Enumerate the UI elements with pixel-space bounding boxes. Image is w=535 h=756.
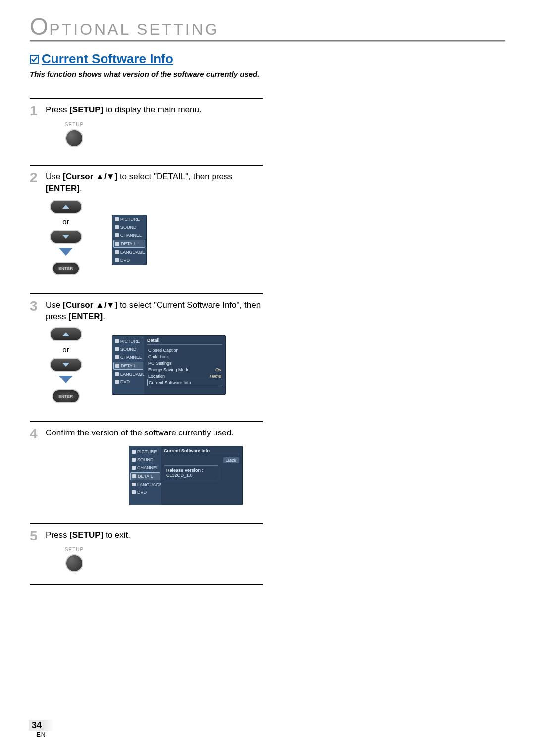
- setup-button-graphic: SETUP: [59, 122, 89, 147]
- osd-menu-small: PICTURE SOUND CHANNEL DETAIL LANGUAGE DV…: [112, 215, 147, 265]
- down-arrow-icon: [59, 376, 73, 383]
- osd-content-row: Energy Saving ModeOn: [147, 366, 222, 373]
- osd-label: DETAIL: [121, 363, 136, 368]
- osd-item: PICTURE: [113, 216, 145, 223]
- setup-button-icon: [65, 554, 83, 572]
- osd-row-value: Home: [210, 374, 221, 378]
- step-number: 2: [30, 171, 41, 185]
- osd-content-row: Child Lock: [147, 353, 222, 360]
- header-rest: PTIONAL SETTING: [49, 20, 219, 39]
- cursor-controls-graphic: or ENTER: [50, 327, 82, 403]
- sound-icon: [115, 347, 119, 351]
- osd-row-label: Energy Saving Mode: [148, 367, 190, 372]
- enter-label: ENTER: [58, 266, 73, 270]
- txt: .: [103, 312, 105, 321]
- step-number: 5: [30, 529, 41, 543]
- osd-item: DVD: [113, 257, 145, 264]
- txt: to select "DETAIL", then press: [117, 172, 232, 181]
- osd-row-label: Child Lock: [148, 354, 169, 359]
- osd-label: CHANNEL: [120, 355, 142, 360]
- enter-button-icon: ENTER: [52, 389, 80, 403]
- osd-back-label: Back: [223, 457, 239, 463]
- channel-icon: [132, 466, 136, 470]
- channel-icon: [115, 233, 119, 237]
- picture-icon: [132, 450, 136, 454]
- section-heading: Current Software Info: [30, 52, 173, 67]
- osd-item: SOUND: [113, 224, 145, 231]
- picture-icon: [115, 217, 119, 221]
- or-text: or: [62, 217, 69, 226]
- steps-column: 1 Press [SETUP] to display the main menu…: [30, 98, 263, 585]
- osd-content-row-selected: Current Software Info: [147, 379, 222, 386]
- checkbox-icon: [30, 55, 39, 64]
- osd-label: SOUND: [120, 225, 137, 230]
- language-icon: [115, 250, 119, 254]
- osd-label: LANGUAGE: [120, 372, 145, 377]
- section-description: This function shows what version of the …: [30, 70, 505, 78]
- step-5: 5 Press [SETUP] to exit. SETUP: [30, 523, 263, 585]
- txt: [Cursor: [63, 300, 96, 310]
- or-text: or: [62, 345, 69, 354]
- osd-item: CHANNEL: [113, 232, 145, 239]
- step-3: 3 Use [Cursor ▲/▼] to select "Current So…: [30, 293, 263, 404]
- osd-item: LANGUAGE: [113, 371, 143, 378]
- txt: to exit.: [103, 530, 130, 540]
- enter-button-icon: ENTER: [52, 262, 80, 275]
- osd-label: DETAIL: [138, 474, 153, 479]
- step-number: 1: [30, 104, 41, 118]
- step-1: 1 Press [SETUP] to display the main menu…: [30, 98, 263, 147]
- enter-label: ENTER: [58, 394, 73, 399]
- detail-icon: [115, 242, 119, 246]
- cursor-down-button-icon: [50, 358, 82, 372]
- osd-item: CHANNEL: [113, 354, 143, 361]
- detail-icon: [132, 474, 136, 478]
- osd-label: DVD: [137, 490, 147, 495]
- txt: Use: [46, 172, 63, 181]
- page-language: EN: [37, 731, 46, 738]
- osd-row-value: On: [215, 367, 221, 372]
- osd-label: PICTURE: [120, 339, 140, 344]
- osd-label: PICTURE: [137, 449, 157, 454]
- osd-item: DVD: [130, 489, 160, 496]
- cursor-up-button-icon: [50, 327, 82, 341]
- osd-label: LANGUAGE: [120, 250, 145, 255]
- osd-item-selected: DETAIL: [113, 362, 143, 370]
- osd-label: DETAIL: [121, 241, 136, 246]
- osd-item: CHANNEL: [130, 464, 160, 471]
- setup-label: SETUP: [59, 547, 89, 552]
- osd-label: CHANNEL: [137, 465, 159, 470]
- osd-content-title: Detail: [147, 338, 222, 345]
- step-text: Use [Cursor ▲/▼] to select "DETAIL", the…: [46, 171, 263, 195]
- key: [ENTER]: [68, 312, 103, 321]
- language-icon: [115, 372, 119, 376]
- page-number: 34: [32, 720, 54, 731]
- osd-content-row: Closed Caption: [147, 347, 222, 353]
- step-number: 4: [30, 427, 41, 441]
- osd-label: DVD: [120, 258, 130, 263]
- release-version-value: CL32OD_1.0: [166, 473, 216, 478]
- key: [SETUP]: [69, 530, 103, 540]
- step-text: Confirm the version of the software curr…: [46, 427, 234, 439]
- step-number: 3: [30, 299, 41, 313]
- up-triangle-icon: ▲: [96, 172, 104, 181]
- up-triangle-icon: ▲: [96, 300, 104, 310]
- txt: to display the main menu.: [103, 105, 201, 114]
- svg-rect-0: [30, 55, 38, 63]
- osd-item-selected: DETAIL: [113, 240, 145, 248]
- txt: Use: [46, 300, 63, 310]
- osd-menu-detail: PICTURE SOUND CHANNEL DETAIL LANGUAGE DV…: [112, 335, 226, 395]
- down-arrow-icon: [59, 248, 73, 256]
- header-divider: [30, 40, 505, 42]
- section-heading-text: Current Software Info: [42, 52, 173, 67]
- step-2: 2 Use [Cursor ▲/▼] to select "DETAIL", t…: [30, 165, 263, 275]
- osd-row-label: Current Software Info: [149, 380, 191, 385]
- setup-button-icon: [65, 129, 83, 147]
- osd-label: CHANNEL: [120, 233, 142, 238]
- txt: Press: [46, 105, 69, 114]
- osd-item: SOUND: [130, 456, 160, 463]
- key: [ENTER]: [46, 184, 80, 193]
- osd-item: LANGUAGE: [130, 481, 160, 488]
- osd-label: DVD: [120, 379, 130, 384]
- cursor-up-button-icon: [50, 200, 82, 214]
- dvd-icon: [115, 380, 119, 384]
